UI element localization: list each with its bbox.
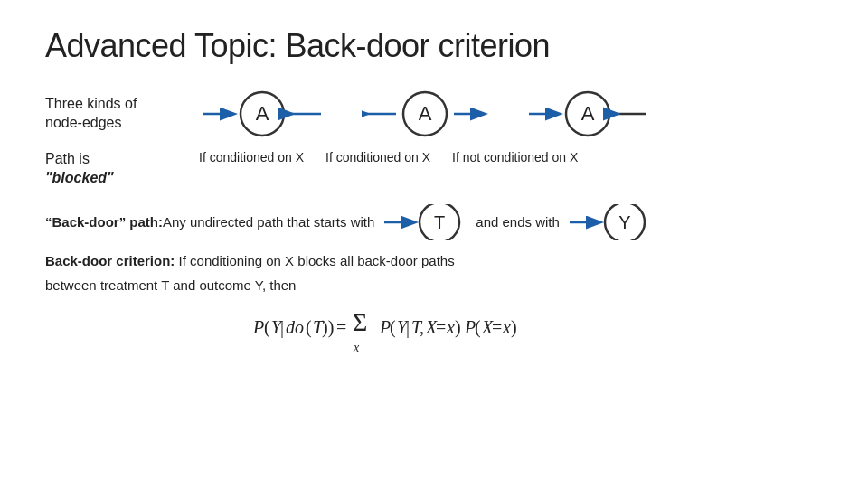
svg-text:P: P xyxy=(252,317,264,337)
backdoor-path-row: “Back-door” path: Any undirected path th… xyxy=(45,204,823,240)
backdoor-bold: “Back-door” path: xyxy=(45,214,163,230)
svg-text:A: A xyxy=(419,102,432,125)
svg-text:x: x xyxy=(446,317,455,337)
svg-text:(: ( xyxy=(264,317,270,338)
svg-text:): ) xyxy=(455,317,461,338)
svg-text:Y: Y xyxy=(618,212,630,232)
path-is-label: Path is"blocked" xyxy=(45,151,114,185)
caption-row: Path is"blocked" If conditioned on X If … xyxy=(45,150,823,188)
svg-text:): ) xyxy=(511,317,517,338)
backdoor-text: Any undirected path that starts with xyxy=(163,214,374,230)
row1-label: Three kinds of node-edges xyxy=(45,95,199,133)
svg-text:=: = xyxy=(492,317,502,337)
criterion-row-2: between treatment T and outcome Y, then xyxy=(45,277,823,293)
backdoor-end: and ends with xyxy=(476,214,560,230)
svg-text:(: ( xyxy=(475,317,481,338)
svg-text:,: , xyxy=(420,317,424,337)
svg-text:(: ( xyxy=(306,317,312,338)
svg-text:=: = xyxy=(336,317,346,337)
svg-text:T: T xyxy=(434,212,445,232)
svg-text:=: = xyxy=(436,317,446,337)
svg-text:A: A xyxy=(581,102,595,125)
criterion-row: Back-door criterion: If conditioning on … xyxy=(45,253,823,268)
formula-svg: P ( Y | do ( T )) = Σ x P ( Y | T , X = … xyxy=(226,302,642,365)
node-t-diagram: T xyxy=(380,204,470,240)
caption-1: If conditioned on X xyxy=(199,150,326,164)
svg-text:Σ: Σ xyxy=(353,308,367,336)
svg-text:|: | xyxy=(280,317,284,338)
criterion-text: If conditioning on X blocks all back-doo… xyxy=(179,253,455,268)
svg-text:do: do xyxy=(286,317,304,337)
caption-3: If not conditioned on X xyxy=(452,150,633,164)
page-title: Advanced Topic: Back-door criterion xyxy=(45,27,823,65)
node-diagram-3: A xyxy=(524,87,651,141)
node-y-diagram: Y xyxy=(565,204,656,240)
caption-2: If conditioned on X xyxy=(326,150,452,164)
svg-text:x: x xyxy=(353,341,360,354)
node-group-2: A xyxy=(362,87,488,141)
svg-text:x: x xyxy=(502,317,511,337)
node-diagram-1: A xyxy=(199,87,326,141)
node-group-3: A xyxy=(524,87,651,141)
svg-text:|: | xyxy=(406,317,410,338)
formula-container: P ( Y | do ( T )) = Σ x P ( Y | T , X = … xyxy=(45,302,823,365)
svg-text:A: A xyxy=(256,102,269,125)
criterion-bold: Back-door criterion: xyxy=(45,253,179,268)
node-group-1: A xyxy=(199,87,326,141)
svg-text:)): )) xyxy=(322,317,334,338)
criterion-text-2: between treatment T and outcome Y, then xyxy=(45,277,296,293)
svg-text:(: ( xyxy=(390,317,396,338)
node-diagram-2: A xyxy=(362,87,488,141)
